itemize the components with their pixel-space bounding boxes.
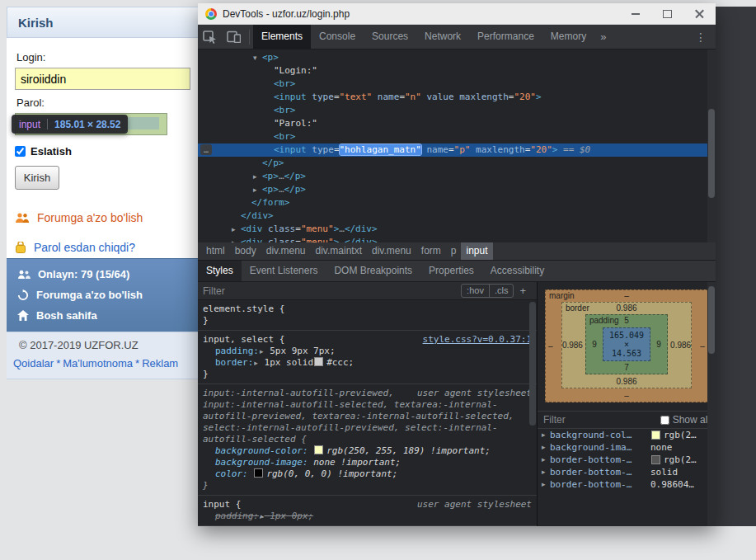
close-button[interactable] (683, 3, 716, 25)
crumb-p[interactable]: p (446, 242, 462, 260)
new-style-rule-button[interactable]: + (514, 285, 532, 297)
page-title: Kirish (18, 16, 54, 30)
screen: Kirish Login: input 185.01 × 28.52 Parol… (0, 0, 756, 560)
tree-row-parol-text[interactable]: "Parol:" (198, 117, 716, 130)
remember-checkbox[interactable] (15, 146, 26, 157)
inspect-element-button[interactable] (198, 31, 222, 44)
show-all-checkbox[interactable] (660, 416, 669, 425)
computed-row-border-bottom-style[interactable]: ▸border-bottom-…solid (538, 466, 716, 478)
attribute-edit-selection[interactable]: "hohlagan_matn" (340, 144, 421, 155)
color-swatch[interactable] (314, 357, 323, 366)
tab-memory[interactable]: Memory (542, 25, 594, 49)
tab-properties[interactable]: Properties (420, 261, 482, 281)
tab-performance[interactable]: Performance (469, 25, 542, 49)
tab-styles[interactable]: Styles (198, 261, 242, 281)
margin-bottom-value: – (546, 390, 707, 402)
login-input[interactable] (15, 68, 190, 90)
tree-row-p-collapsed[interactable]: ▸<p>…</p> (198, 170, 716, 183)
color-swatch[interactable] (314, 445, 323, 454)
tree-row-p-collapsed[interactable]: ▸<p>…</p> (198, 183, 716, 196)
twisty-closed-icon[interactable]: ▸ (253, 183, 262, 196)
tree-row-br[interactable]: <br> (198, 78, 716, 91)
twisty-closed-icon[interactable]: ▸ (232, 236, 241, 242)
footer-link-info[interactable]: Ma'lumotnoma (63, 357, 133, 369)
style-property[interactable]: border:▸ 1px solid#ccc; (203, 357, 532, 369)
twisty-closed-icon[interactable]: ▸ (542, 466, 550, 478)
crumb-div-menu[interactable]: div.menu (367, 242, 416, 260)
menu-forum-label: Forumga a'zo bo'lish (36, 289, 143, 301)
remember-label: Eslatish (31, 145, 72, 158)
crumb-body[interactable]: body (230, 242, 261, 260)
twisty-closed-icon[interactable]: ▸ (542, 429, 550, 441)
crumb-form[interactable]: form (416, 242, 446, 260)
more-tabs-button[interactable]: » (594, 31, 612, 43)
twisty-closed-icon[interactable]: ▸ (253, 170, 262, 183)
rule-input-ua[interactable]: user agent stylesheetinput { padding:▸ 1… (198, 496, 537, 526)
devtools-menu-button[interactable]: ⋮ (686, 31, 716, 44)
box-model-diagram[interactable]: margin – – border 0.986 0.986 padding (545, 289, 708, 402)
shorthand-expand-icon[interactable]: ▸ (259, 347, 265, 355)
computed-filter-input[interactable]: Filter (543, 414, 660, 426)
tree-row-input-password-selected[interactable]: …<input type="hohlagan_matn" name="p" ma… (198, 144, 716, 157)
stylesheet-source-link[interactable]: style.css?v=0.0.37:1 (423, 334, 532, 346)
hov-toggle[interactable]: :hov (462, 285, 489, 297)
tree-row-form-close[interactable]: </form> (198, 196, 716, 209)
overridden-style-property[interactable]: padding:▸ 1px 0px; (203, 511, 532, 522)
tree-row-div-menu-collapsed[interactable]: ▸<div class="menu">…</div> (198, 236, 716, 242)
tab-console[interactable]: Console (311, 25, 364, 49)
twisty-closed-icon[interactable]: ▸ (542, 454, 550, 466)
style-property[interactable]: background-color: rgb(250, 255, 189) !im… (203, 445, 532, 457)
login-button[interactable]: Kirish (15, 166, 59, 190)
tree-row-br[interactable]: <br> (198, 130, 716, 144)
tree-row-div-menu-collapsed[interactable]: ▸<div class="menu">…</div> (198, 223, 716, 236)
tab-dom-breakpoints[interactable]: DOM Breakpoints (326, 261, 420, 281)
devtools-titlebar[interactable]: DevTools - uzfor.uz/login.php (198, 3, 716, 25)
color-swatch[interactable] (254, 468, 263, 478)
crumb-div-menu[interactable]: div.menu (261, 242, 311, 260)
crumb-html[interactable]: html (201, 242, 230, 260)
elements-scrollbar-thumb[interactable] (708, 109, 715, 198)
rule-input-select[interactable]: style.css?v=0.0.37:1input, select { padd… (198, 331, 537, 384)
tab-sources[interactable]: Sources (364, 25, 416, 49)
twisty-open-icon[interactable]: ▾ (253, 51, 262, 64)
home-icon (17, 310, 29, 321)
maximize-button[interactable] (651, 3, 683, 25)
tab-accessibility[interactable]: Accessibility (482, 261, 552, 281)
computed-scrollbar-thumb[interactable] (708, 286, 715, 354)
style-property[interactable]: background-image: none !important; (203, 457, 532, 468)
styles-scrollbar-thumb[interactable] (529, 302, 536, 426)
node-hint-icon[interactable]: … (200, 144, 212, 155)
twisty-closed-icon[interactable]: ▸ (542, 478, 550, 491)
online-count-label: Onlayn: 79 (15/64) (38, 268, 129, 280)
footer-link-rules[interactable]: Qoidalar (13, 357, 54, 369)
tab-event-listeners[interactable]: Event Listeners (242, 261, 326, 281)
tree-row-br[interactable]: <br> (198, 104, 716, 117)
tab-elements[interactable]: Elements (253, 25, 311, 49)
style-property[interactable]: padding:▸ 5px 9px 7px; (203, 346, 532, 357)
computed-row-border-bottom-width[interactable]: ▸border-bottom-…0.98604… (538, 478, 716, 491)
tree-row-p-close[interactable]: </p> (198, 157, 716, 170)
computed-row-background-color[interactable]: ▸background-col…rgb(2… (538, 429, 716, 441)
tree-row-p-open[interactable]: ▾<p> (198, 51, 716, 64)
tree-row-login-text[interactable]: "Login:" (198, 64, 716, 78)
computed-row-background-image[interactable]: ▸background-ima…none (538, 441, 716, 454)
style-property[interactable]: color: rgb(0, 0, 0) !important; (203, 468, 532, 480)
tree-row-div-close[interactable]: </div> (198, 209, 716, 223)
twisty-closed-icon[interactable]: ▸ (232, 223, 241, 236)
minimize-button[interactable] (619, 3, 651, 25)
footer-link-ads[interactable]: Reklam (142, 357, 178, 369)
computed-row-border-bottom-color[interactable]: ▸border-bottom-…rgb(2… (538, 454, 716, 466)
tree-row-input-login[interactable]: <input type="text" name="n" value maxlen… (198, 91, 716, 104)
shorthand-expand-icon[interactable]: ▸ (259, 512, 265, 520)
device-toolbar-button[interactable] (222, 31, 246, 43)
rule-element-style[interactable]: element.style { } (198, 300, 537, 331)
forum-signup-label: Forumga a'zo bo'lish (37, 211, 143, 224)
rule-autofill-ua[interactable]: user agent stylesheetinput:-internal-aut… (198, 384, 537, 496)
styles-filter-input[interactable]: Filter (203, 285, 461, 297)
crumb-div-maintxt[interactable]: div.maintxt (311, 242, 367, 260)
cls-toggle[interactable]: .cls (489, 285, 514, 297)
tab-network[interactable]: Network (416, 25, 469, 49)
shorthand-expand-icon[interactable]: ▸ (253, 359, 259, 367)
crumb-input-active[interactable]: input (461, 242, 492, 260)
twisty-closed-icon[interactable]: ▸ (542, 441, 550, 454)
